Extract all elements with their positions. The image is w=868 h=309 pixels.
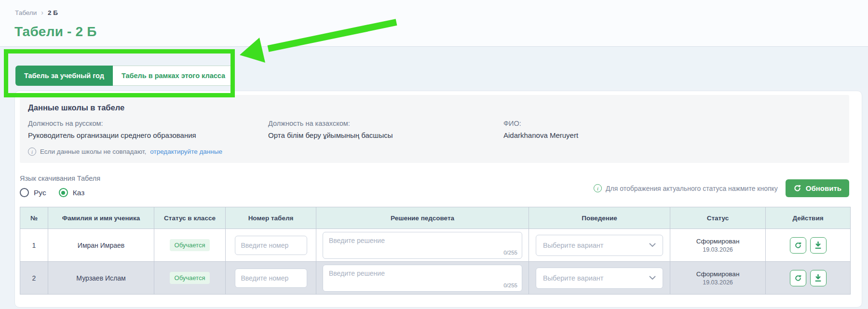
school-fields: Должность на русском: Руководитель орган… xyxy=(28,120,840,139)
col-student-name: Фамилия и имя ученика xyxy=(48,207,154,229)
report-number-input[interactable] xyxy=(235,269,307,288)
language-section: Язык скачивания Табеля Рус Каз xyxy=(20,175,100,197)
school-data-note: i Если данные школы не совпадают, отреда… xyxy=(28,148,840,156)
report-tabs: Табель за учебный год Табель в рамках эт… xyxy=(15,66,234,86)
refresh-hint-text: Для отображения актуального статуса нажм… xyxy=(606,185,778,192)
radio-label: Каз xyxy=(73,188,85,197)
students-table: № Фамилия и имя ученика Статус в классе … xyxy=(20,207,851,295)
decision-textarea[interactable] xyxy=(323,265,522,292)
school-data-panel: Данные школы в табеле Должность на русск… xyxy=(20,95,849,163)
field-value: Руководитель организации среднего образо… xyxy=(28,131,268,139)
decision-box: 0/255 xyxy=(323,265,522,292)
breadcrumb-tabeli[interactable]: Табели xyxy=(15,9,37,16)
refresh-button-label: Обновить xyxy=(806,184,841,192)
note-text: Если данные школы не совпадают, xyxy=(40,148,146,155)
decision-textarea[interactable] xyxy=(323,232,522,259)
row-number: 2 xyxy=(20,262,48,295)
row-number: 1 xyxy=(20,229,48,262)
decision-box: 0/255 xyxy=(323,232,522,259)
field-label: ФИО: xyxy=(503,120,578,127)
generation-date: 19.03.2026 xyxy=(670,246,765,253)
col-number: № xyxy=(20,207,48,229)
status-badge: Обучается xyxy=(170,272,210,284)
refresh-button[interactable]: Обновить xyxy=(786,179,849,197)
table-row: 2 Мурзаев Ислам Обучается 0/255 Выберите… xyxy=(20,262,851,295)
table-row: 1 Имран Имраев Обучается 0/255 Выберите … xyxy=(20,229,851,262)
table-header-row: № Фамилия и имя ученика Статус в классе … xyxy=(20,207,851,229)
field-position-ru: Должность на русском: Руководитель орган… xyxy=(28,120,268,139)
radio-option-rus[interactable]: Рус xyxy=(20,188,46,197)
col-behavior: Поведение xyxy=(529,207,670,229)
student-name: Мурзаев Ислам xyxy=(48,262,154,295)
edit-data-link[interactable]: отредактируйте данные xyxy=(150,148,222,155)
generation-date: 19.03.2026 xyxy=(670,279,765,286)
col-actions: Действия xyxy=(766,207,851,229)
breadcrumb: Табели › 2 Б xyxy=(15,9,58,16)
page-header: Табели › 2 Б Табели - 2 Б xyxy=(0,0,868,47)
col-report-number: Номер табеля xyxy=(226,207,316,229)
char-counter: 0/255 xyxy=(503,250,517,255)
generation-status: Сформирован xyxy=(670,238,765,245)
select-placeholder: Выберите вариант xyxy=(543,274,604,282)
col-council-decision: Решение педсовета xyxy=(316,207,529,229)
chevron-down-icon xyxy=(649,243,656,247)
radio-unchecked-icon[interactable] xyxy=(20,188,29,197)
radio-checked-icon[interactable] xyxy=(59,188,68,197)
refresh-hint: i Для отображения актуального статуса на… xyxy=(594,184,778,192)
generation-status: Сформирован xyxy=(670,270,765,278)
chevron-down-icon xyxy=(649,276,656,280)
download-report-button[interactable] xyxy=(810,237,827,254)
behavior-select[interactable]: Выберите вариант xyxy=(536,268,663,289)
field-fio: ФИО: Aidarkhanova Meruyert xyxy=(503,120,578,139)
school-panel-title: Данные школы в табеле xyxy=(28,103,840,112)
field-label: Должность на русском: xyxy=(28,120,268,127)
refresh-group: i Для отображения актуального статуса на… xyxy=(594,179,849,197)
page-title: Табели - 2 Б xyxy=(14,24,97,40)
status-badge: Обучается xyxy=(170,239,210,251)
breadcrumb-separator-icon: › xyxy=(41,9,43,16)
row-actions xyxy=(766,270,850,286)
language-refresh-row: Язык скачивания Табеля Рус Каз i Для ото… xyxy=(20,175,849,197)
content-card: Данные школы в табеле Должность на русск… xyxy=(14,91,862,308)
char-counter: 0/255 xyxy=(503,282,517,288)
download-report-button[interactable] xyxy=(810,270,827,286)
breadcrumb-current-class: 2 Б xyxy=(48,9,58,16)
language-radios: Рус Каз xyxy=(20,188,100,197)
info-icon-green: i xyxy=(594,184,602,192)
field-label: Должность на казахском: xyxy=(268,120,503,127)
row-actions xyxy=(766,237,850,254)
student-name: Имран Имраев xyxy=(48,229,154,262)
radio-option-kaz[interactable]: Каз xyxy=(59,188,85,197)
field-position-kz: Должность на казахском: Орта білім беру … xyxy=(268,120,503,139)
report-number-input[interactable] xyxy=(235,236,307,255)
info-icon: i xyxy=(28,148,36,156)
col-status: Статус xyxy=(670,207,766,229)
field-value: Орта білім беру ұйымының басшысы xyxy=(268,131,503,139)
tab-class-report[interactable]: Табель в рамках этого класса xyxy=(113,66,234,86)
regenerate-button[interactable] xyxy=(790,270,806,286)
refresh-icon xyxy=(793,184,801,192)
regenerate-button[interactable] xyxy=(790,237,806,254)
radio-label: Рус xyxy=(34,188,46,197)
field-value: Aidarkhanova Meruyert xyxy=(503,131,578,139)
tab-year-report[interactable]: Табель за учебный год xyxy=(15,66,113,86)
col-class-status: Статус в классе xyxy=(154,207,226,229)
select-placeholder: Выберите вариант xyxy=(543,242,604,249)
language-label: Язык скачивания Табеля xyxy=(20,175,100,182)
behavior-select[interactable]: Выберите вариант xyxy=(536,235,663,256)
